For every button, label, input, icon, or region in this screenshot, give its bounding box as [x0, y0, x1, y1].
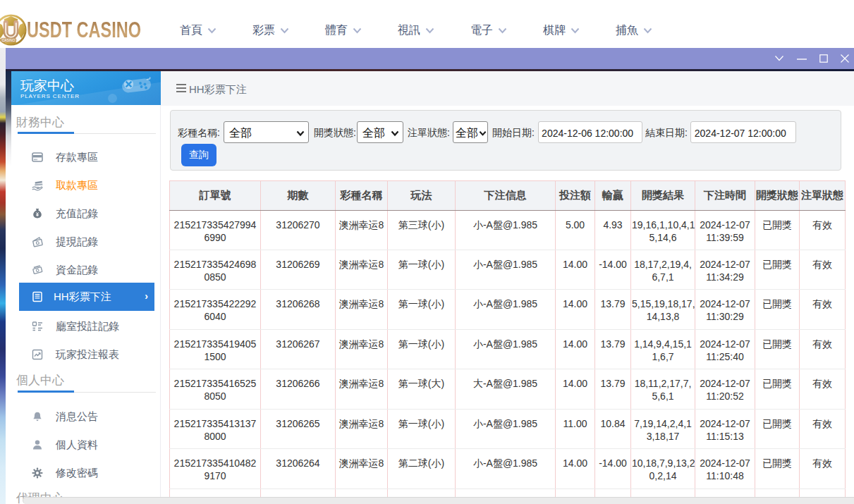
svg-text:CASINO: CASINO [2, 39, 16, 42]
